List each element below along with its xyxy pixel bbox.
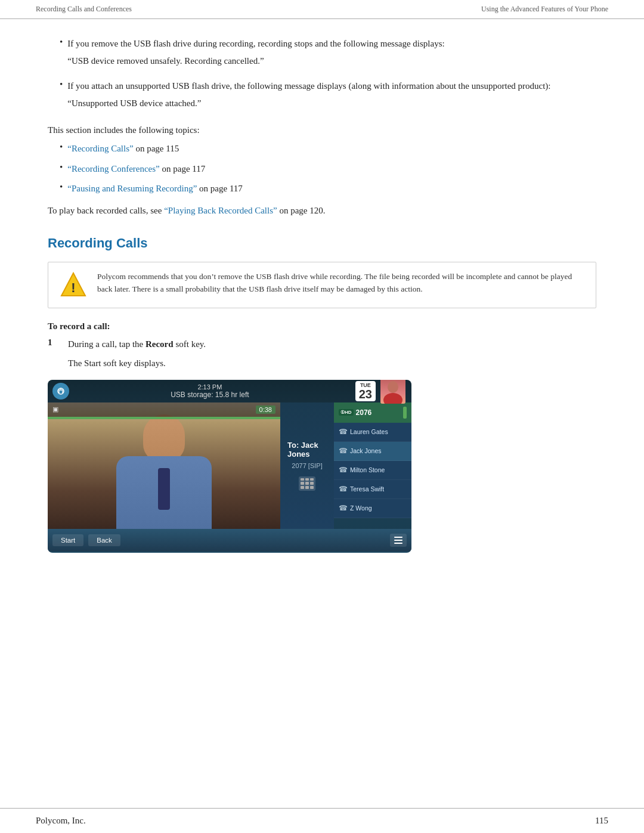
warning-icon: !	[59, 271, 88, 299]
bullet2-quote: “Unsupported USB device attached.”	[67, 98, 201, 108]
pausing-recording-link[interactable]: “Pausing and Resuming Recording”	[67, 184, 199, 193]
contact-name-zwong: Z Wong	[350, 504, 372, 512]
main-content: If you remove the USB flash drive during…	[0, 19, 644, 589]
contact-icon-jack: ☎	[339, 447, 348, 456]
contact-icon-zwong: ☎	[339, 504, 348, 513]
contact-icon-lauren: ☎	[339, 428, 348, 436]
bullet1-text: If you remove the USB flash drive during…	[67, 39, 444, 48]
bullet-item-1: If you remove the USB flash drive during…	[48, 37, 596, 73]
step-1: 1 During a call, tap the Record soft key…	[48, 337, 596, 351]
contact-item-milton[interactable]: ☎ Milton Stone	[334, 461, 411, 480]
topic-link-2: “Recording Conferences” on page 117	[48, 162, 596, 176]
footer-page: 115	[595, 816, 608, 826]
phone-top-bar: 2:13 PM USB storage: 15.8 hr left Tue 23	[48, 380, 411, 402]
call-timer: 0:38	[256, 405, 275, 414]
topic-link-3: “Pausing and Resuming Recording” on page…	[48, 182, 596, 196]
playback-link[interactable]: “Playing Back Recorded Calls”	[164, 206, 277, 215]
step-1-content: During a call, tap the Record soft key.	[68, 337, 206, 351]
page-footer: Polycom, Inc. 115	[0, 808, 644, 833]
phone-contacts: ①HD 2076 ☎ Lauren Gates ☎ Jack Jones ☎ M…	[334, 402, 411, 529]
contact-item-zwong[interactable]: ☎ Z Wong	[334, 499, 411, 518]
header-left: Recording Calls and Conferences	[36, 5, 132, 14]
step-note: The Start soft key displays.	[68, 357, 596, 370]
recording-conferences-link[interactable]: “Recording Conferences”	[67, 164, 162, 174]
recording-green-bar	[48, 417, 280, 419]
procedure-heading: To record a call:	[48, 321, 596, 332]
contact-name-lauren: Lauren Gates	[350, 428, 388, 435]
phone-main-body: ▣ 0:38 To: Jack Jones 2077 [SIP]	[48, 402, 411, 529]
contact-item-teresa[interactable]: ☎ Teresa Swift	[334, 480, 411, 499]
phone-video: ▣ 0:38	[48, 402, 280, 529]
phone-time: 2:13 PM	[75, 383, 345, 391]
phone-screenshot: 2:13 PM USB storage: 15.8 hr left Tue 23	[48, 380, 411, 553]
contact-name-milton: Milton Stone	[350, 466, 385, 473]
section-heading: Recording Calls	[48, 236, 596, 251]
bullet2-text: If you attach an unsupported USB flash d…	[67, 81, 550, 91]
svg-point-9	[388, 381, 398, 393]
keypad-icon[interactable]	[299, 476, 315, 491]
svg-point-7	[58, 392, 60, 393]
contact-name-jack: Jack Jones	[350, 447, 382, 454]
phone-avatar-thumb	[380, 380, 405, 404]
phone-day-num: 23	[359, 388, 372, 400]
intro-bullets: If you remove the USB flash drive during…	[48, 37, 596, 115]
camera-icon: ▣	[52, 405, 58, 413]
usb-icon	[52, 383, 69, 400]
svg-point-8	[62, 392, 63, 393]
warning-box: ! Polycom recommends that you don’t remo…	[48, 262, 596, 308]
warning-text: Polycom recommends that you don’t remove…	[97, 271, 585, 296]
call-to-name: To: Jack Jones	[287, 441, 327, 459]
phone-storage: USB storage: 15.8 hr left	[75, 391, 345, 399]
contact-item-lauren[interactable]: ☎ Lauren Gates	[334, 423, 411, 442]
recording-calls-link[interactable]: “Recording Calls”	[67, 144, 135, 153]
page-header: Recording Calls and Conferences Using th…	[0, 0, 644, 19]
topic-link-1: “Recording Calls” on page 115	[48, 142, 596, 156]
start-softkey[interactable]: Start	[52, 534, 83, 546]
phone-softkeys: Start Back	[48, 529, 411, 552]
contact-icon-teresa: ☎	[339, 485, 348, 494]
contact-active: ①HD 2076	[334, 402, 411, 423]
menu-softkey[interactable]	[390, 534, 407, 547]
phone-time-storage: 2:13 PM USB storage: 15.8 hr left	[69, 383, 351, 399]
back-softkey[interactable]: Back	[88, 534, 120, 546]
topic-links: “Recording Calls” on page 115 “Recording…	[48, 142, 596, 196]
bullet-item-2: If you attach an unsupported USB flash d…	[48, 79, 596, 116]
active-contact-num: 2076	[356, 408, 403, 417]
svg-text:!: !	[71, 280, 75, 295]
section-intro: This section includes the following topi…	[48, 123, 596, 137]
svg-point-10	[383, 393, 402, 404]
bullet1-quote: “USB device removed unsafely. Recording …	[67, 56, 264, 66]
step-1-bold: Record	[145, 339, 174, 349]
contact-icon-milton: ☎	[339, 466, 348, 475]
contact-name-teresa: Teresa Swift	[350, 485, 384, 493]
contact-item-jack[interactable]: ☎ Jack Jones	[334, 442, 411, 461]
header-right: Using the Advanced Features of Your Phon…	[481, 5, 608, 14]
phone-call-info: To: Jack Jones 2077 [SIP]	[285, 408, 329, 523]
call-sip: 2077 [SIP]	[292, 462, 322, 469]
phone-date-badge: Tue 23	[355, 381, 376, 401]
footer-company: Polycom, Inc.	[36, 816, 86, 826]
phone-info-panel: To: Jack Jones 2077 [SIP]	[280, 402, 334, 529]
playback-note: To play back recorded calls, see “Playin…	[48, 204, 596, 218]
step-1-number: 1	[48, 337, 57, 348]
phone-timer-bar: ▣ 0:38	[48, 402, 280, 417]
